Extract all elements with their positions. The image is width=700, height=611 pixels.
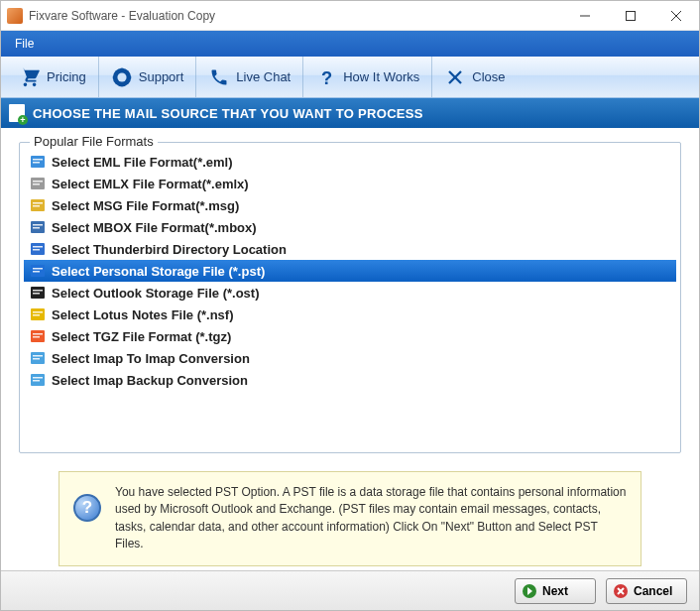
format-list: Select EML File Format(*.eml)Select EMLX… <box>24 151 676 391</box>
svg-point-5 <box>117 72 126 81</box>
svg-rect-17 <box>33 205 40 207</box>
format-item-tgz[interactable]: Select TGZ File Format (*.tgz) <box>24 325 676 347</box>
svg-rect-25 <box>33 268 43 270</box>
close-window-button[interactable] <box>653 1 699 31</box>
app-icon <box>7 8 23 24</box>
format-item-pst[interactable]: Select Personal Storage File (*.pst) <box>24 260 676 282</box>
format-item-label: Select Personal Storage File (*.pst) <box>52 264 265 279</box>
svg-rect-37 <box>33 355 43 357</box>
svg-rect-1 <box>627 11 636 20</box>
format-item-imap[interactable]: Select Imap To Imap Conversion <box>24 347 676 369</box>
cancel-label: Cancel <box>634 584 672 598</box>
svg-rect-19 <box>33 224 43 226</box>
format-item-ost[interactable]: Select Outlook Storage File (*.ost) <box>24 282 676 304</box>
info-icon: ? <box>73 494 101 522</box>
toolbar-close-button[interactable]: Close <box>432 57 517 97</box>
nsf-icon <box>30 306 46 322</box>
svg-rect-28 <box>33 290 43 292</box>
format-item-nsf[interactable]: Select Lotus Notes File (*.nsf) <box>24 304 676 325</box>
svg-rect-32 <box>33 314 40 316</box>
title-bar: Fixvare Software - Evaluation Copy <box>1 1 699 31</box>
svg-rect-34 <box>33 333 43 335</box>
window-title: Fixvare Software - Evaluation Copy <box>29 9 215 23</box>
svg-rect-22 <box>33 246 43 248</box>
document-add-icon <box>9 104 25 122</box>
svg-text:?: ? <box>321 67 332 87</box>
format-item-label: Select Thunderbird Directory Location <box>52 242 287 257</box>
format-item-label: Select EML File Format(*.eml) <box>52 155 233 170</box>
svg-rect-40 <box>33 377 43 379</box>
svg-rect-29 <box>33 293 40 295</box>
format-item-thunderbird[interactable]: Select Thunderbird Directory Location <box>24 238 676 260</box>
pst-icon <box>30 263 46 279</box>
support-label: Support <box>139 69 184 84</box>
info-panel: ? You have selected PST Option. A PST fi… <box>58 471 642 566</box>
svg-rect-13 <box>33 181 43 183</box>
format-item-msg[interactable]: Select MSG File Format(*.msg) <box>24 194 676 216</box>
ost-icon <box>30 285 46 301</box>
close-icon <box>444 66 466 88</box>
imap-icon <box>30 350 46 366</box>
minimize-button[interactable] <box>562 1 608 31</box>
cancel-button[interactable]: Cancel <box>606 578 687 604</box>
imap-backup-icon <box>30 372 46 388</box>
cart-icon <box>19 66 41 88</box>
format-item-emlx[interactable]: Select EMLX File Format(*.emlx) <box>24 173 676 194</box>
maximize-button[interactable] <box>608 1 653 31</box>
svg-rect-35 <box>33 336 40 338</box>
format-item-mbox[interactable]: Select MBOX File Format(*.mbox) <box>24 216 676 238</box>
format-item-label: Select MBOX File Format(*.mbox) <box>52 220 257 235</box>
format-item-label: Select Outlook Storage File (*.ost) <box>52 286 259 301</box>
svg-rect-31 <box>33 311 43 313</box>
next-arrow-icon <box>522 583 537 599</box>
svg-rect-20 <box>33 227 40 229</box>
svg-rect-38 <box>33 358 40 360</box>
mbox-icon <box>30 219 46 235</box>
footer: Next Cancel <box>1 570 699 610</box>
format-item-label: Select MSG File Format(*.msg) <box>52 198 239 213</box>
thunderbird-icon <box>30 241 46 257</box>
pricing-label: Pricing <box>47 69 86 84</box>
format-item-eml[interactable]: Select EML File Format(*.eml) <box>24 151 676 173</box>
format-item-imap-backup[interactable]: Select Imap Backup Conversion <box>24 369 676 391</box>
cancel-icon <box>613 583 629 599</box>
headset-icon <box>111 66 133 88</box>
toolbar-close-label: Close <box>472 69 505 84</box>
tgz-icon <box>30 328 46 344</box>
support-button[interactable]: Support <box>99 57 197 97</box>
heading-banner: CHOOSE THE MAIL SOURCE THAT YOU WANT TO … <box>1 98 699 128</box>
emlx-icon <box>30 176 46 191</box>
format-item-label: Select TGZ File Format (*.tgz) <box>52 329 231 344</box>
pricing-button[interactable]: Pricing <box>7 57 99 97</box>
file-formats-fieldset: Popular File Formats Select EML File For… <box>19 142 681 453</box>
how-it-works-button[interactable]: ? How It Works <box>303 57 432 97</box>
svg-rect-26 <box>33 271 40 273</box>
live-chat-button[interactable]: Live Chat <box>196 57 303 97</box>
toolbar: Pricing Support Live Chat ? How It Works… <box>1 57 699 98</box>
svg-rect-14 <box>33 183 40 185</box>
svg-rect-23 <box>33 249 40 251</box>
next-label: Next <box>542 584 568 598</box>
live-chat-label: Live Chat <box>236 69 291 84</box>
next-button[interactable]: Next <box>515 578 596 604</box>
svg-rect-41 <box>33 380 40 382</box>
content-area: Popular File Formats Select EML File For… <box>1 128 699 566</box>
svg-rect-16 <box>33 202 43 204</box>
menu-file[interactable]: File <box>5 33 44 55</box>
svg-rect-11 <box>33 162 40 164</box>
phone-icon <box>208 66 230 88</box>
format-item-label: Select EMLX File Format(*.emlx) <box>52 177 249 191</box>
how-it-works-label: How It Works <box>343 69 419 84</box>
format-item-label: Select Lotus Notes File (*.nsf) <box>52 307 233 322</box>
svg-rect-10 <box>33 159 43 161</box>
info-text: You have selected PST Option. A PST file… <box>115 484 627 553</box>
msg-icon <box>30 197 46 213</box>
eml-icon <box>30 154 46 170</box>
question-icon: ? <box>315 66 337 88</box>
menu-bar: File <box>1 31 699 57</box>
format-item-label: Select Imap Backup Conversion <box>52 373 248 388</box>
fieldset-legend: Popular File Formats <box>30 134 158 149</box>
format-item-label: Select Imap To Imap Conversion <box>52 351 250 366</box>
heading-text: CHOOSE THE MAIL SOURCE THAT YOU WANT TO … <box>33 106 423 121</box>
